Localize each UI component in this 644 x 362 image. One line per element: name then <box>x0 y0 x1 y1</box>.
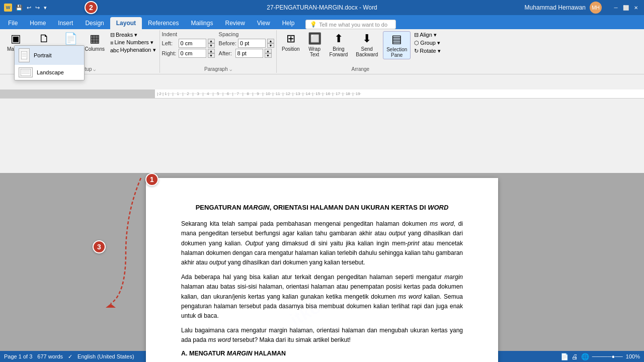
indent-right-label: Right: <box>162 50 177 56</box>
indent-left-down[interactable]: ▼ <box>208 43 215 48</box>
tab-home[interactable]: Home <box>24 17 52 29</box>
indent-left-input[interactable]: 0 cm <box>179 39 206 48</box>
page-setup-expand-icon[interactable]: ⌵ <box>93 67 96 72</box>
window-controls: ─ ⬜ ✕ <box>612 4 640 12</box>
tab-references[interactable]: References <box>142 17 185 29</box>
rotate-icon: ↻ <box>414 48 419 54</box>
breaks-button[interactable]: ⊟ Breaks ▾ <box>109 31 157 39</box>
tab-mailings[interactable]: Mailings <box>185 17 219 29</box>
tab-file[interactable]: File <box>2 17 24 29</box>
doc-title-text: PENGATURAN MARGIN, ORIENTASI HALAMAN DAN… <box>196 204 449 211</box>
tab-view[interactable]: View <box>251 17 276 29</box>
indent-right-input[interactable]: 0 cm <box>179 49 206 58</box>
bring-forward-icon: ⬆ <box>334 32 343 45</box>
selection-pane-button[interactable]: ▤ SelectionPane <box>383 31 411 59</box>
tab-layout[interactable]: Layout <box>110 17 142 29</box>
tab-insert[interactable]: Insert <box>52 17 79 29</box>
svg-rect-0 <box>21 51 27 59</box>
redo-qat-btn[interactable]: ↪ <box>34 4 41 12</box>
spacing-before-input[interactable]: 0 pt <box>238 39 266 48</box>
breaks-icon: ⊟ <box>110 32 115 38</box>
lightbulb-icon: 💡 <box>310 21 317 28</box>
indent-col: Indent Left: 0 cm ▲ ▼ Rig <box>162 31 215 58</box>
tab-review[interactable]: Review <box>219 17 251 29</box>
doc-para-1: Sekarang kita telah sampai pada pembahas… <box>181 219 463 267</box>
badge-2: 2 <box>85 1 98 14</box>
hyphenation-button[interactable]: abc Hyphenation ▾ <box>109 46 157 54</box>
indent-right-up[interactable]: ▲ <box>208 49 215 53</box>
spacing-after-row: After: 8 pt ▲ ▼ <box>219 49 274 58</box>
ruler-container: |·2·|·1·|···|···1···|···2···|···3···|···… <box>0 89 644 99</box>
columns-label: Columns <box>85 46 105 52</box>
send-backward-button[interactable]: ⬇ SendBackward <box>353 31 381 58</box>
language[interactable]: English (United States) <box>77 353 134 359</box>
word-icon: W <box>4 4 12 12</box>
wrap-text-button[interactable]: 🔲 WrapText <box>305 31 325 58</box>
avatar[interactable]: MH <box>590 2 602 14</box>
send-backward-label: SendBackward <box>356 46 378 57</box>
ruler-middle: |·2·|·1·|···|···1···|···2···|···3···|···… <box>155 89 644 98</box>
position-button[interactable]: ⊞ Position <box>279 31 303 53</box>
zoom-slider[interactable]: ─────●── <box>592 353 623 359</box>
tell-me-bar[interactable]: 💡 Tell me what you want to do <box>305 20 396 29</box>
save-qat-btn[interactable]: 💾 <box>14 4 24 12</box>
spacing-before-label: Before: <box>219 40 236 46</box>
indent-right-down[interactable]: ▼ <box>208 53 215 58</box>
doc-title: PENGATURAN MARGIN, ORIENTASI HALAMAN DAN… <box>181 203 463 212</box>
word-count: 677 words <box>37 353 63 359</box>
margins-icon: ▣ <box>11 32 21 45</box>
print-layout-icon[interactable]: 🖨 <box>572 353 578 360</box>
group-button[interactable]: ⬡ Group ▾ <box>413 39 442 47</box>
minimize-btn[interactable]: ─ <box>612 4 620 12</box>
line-numbers-button[interactable]: ≡ Line Numbers ▾ <box>109 39 157 46</box>
indent-left-spin: ▲ ▼ <box>208 39 215 48</box>
spell-check-icon[interactable]: ✓ <box>68 353 72 360</box>
svg-rect-4 <box>21 69 31 76</box>
align-button[interactable]: ⊟ Align ▾ <box>413 31 442 39</box>
spacing-after-down[interactable]: ▼ <box>265 53 272 58</box>
portrait-option[interactable]: Portrait <box>15 46 84 65</box>
spacing-after-label: After: <box>219 50 234 56</box>
bring-forward-button[interactable]: ⬆ BringForward <box>327 31 351 58</box>
tab-help[interactable]: Help <box>276 17 301 29</box>
tab-design[interactable]: Design <box>79 17 110 29</box>
paragraph-expand-icon[interactable]: ⌵ <box>229 67 232 72</box>
status-bar-right: 📄 🖨 🌐 ─────●── 100% <box>560 353 640 360</box>
portrait-icon <box>19 48 30 62</box>
paragraph-group-label: Paragraph ⌵ <box>160 66 276 72</box>
group-icon: ⬡ <box>414 40 419 46</box>
line-numbers-label: Line Numbers ▾ <box>114 39 153 46</box>
landscape-icon <box>19 67 33 77</box>
hyphenation-label: Hyphenation ▾ <box>120 47 156 53</box>
app-window: W 💾 ↩ ↪ ▾ 2 27-PENGATURAN-MARGIN.docx - … <box>0 0 644 362</box>
spacing-after-input[interactable]: 8 pt <box>235 49 263 58</box>
columns-button[interactable]: ▦ Columns <box>82 31 108 53</box>
focus-mode-icon[interactable]: 📄 <box>560 353 569 360</box>
indent-left-row: Left: 0 cm ▲ ▼ <box>162 39 215 48</box>
rotate-button[interactable]: ↻ Rotate ▾ <box>413 47 442 55</box>
page-count: Page 1 of 3 <box>4 353 32 359</box>
landscape-option[interactable]: Landscape <box>15 65 84 80</box>
document-page: itkoding 🔒 itkoding PENGATURAN MARGIN, O… <box>146 178 498 362</box>
undo-qat-btn[interactable]: ↩ <box>25 4 33 12</box>
document-title: 27-PENGATURAN-MARGIN.docx - Word <box>267 4 377 11</box>
title-bar-left: W 💾 ↩ ↪ ▾ 2 <box>4 4 48 12</box>
close-btn[interactable]: ✕ <box>632 4 640 12</box>
user-name: Muhammad Hernawan <box>525 4 586 11</box>
wrap-text-icon: 🔲 <box>308 32 321 45</box>
spacing-after-up[interactable]: ▲ <box>265 49 272 53</box>
hyphenation-icon: abc <box>110 47 119 53</box>
doc-para-3: Lalu bagaimana cara mengatur margin hala… <box>181 326 463 345</box>
restore-btn[interactable]: ⬜ <box>622 4 630 12</box>
zoom-level[interactable]: 100% <box>626 353 640 359</box>
bring-forward-label: BringForward <box>330 46 348 57</box>
customize-qat-btn[interactable]: ▾ <box>42 4 48 12</box>
doc-scroll[interactable]: 1 3 itkoding 🔒 itkoding PENGATURAN MARGI… <box>0 173 644 362</box>
spacing-after-spin: ▲ ▼ <box>265 49 272 58</box>
indent-left-up[interactable]: ▲ <box>208 39 215 43</box>
indent-right-value: 0 cm <box>181 50 193 56</box>
spacing-before-up[interactable]: ▲ <box>267 39 274 43</box>
spacing-before-down[interactable]: ▼ <box>267 43 274 48</box>
web-layout-icon[interactable]: 🌐 <box>581 353 589 360</box>
title-bar: W 💾 ↩ ↪ ▾ 2 27-PENGATURAN-MARGIN.docx - … <box>0 0 644 15</box>
